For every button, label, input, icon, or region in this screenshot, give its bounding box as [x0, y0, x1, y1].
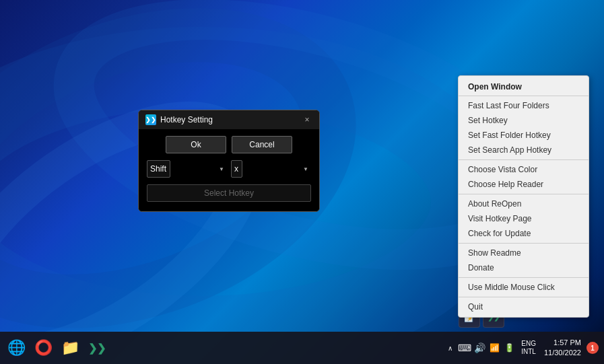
dialog-title-left: ❯❯ Hotkey Setting: [145, 114, 213, 125]
menu-item-middle-mouse[interactable]: Use Middle Mouse Click: [459, 280, 589, 295]
menu-item-set-hotkey[interactable]: Set Hotkey: [459, 113, 589, 128]
lang-bottom: INTL: [521, 348, 536, 356]
tray-chevron[interactable]: ∧: [444, 340, 455, 356]
taskbar: 🌐 ⭕ 📁 ❯❯ ∧ ⌨ 🔊 📶 🔋 ENG INTL 1:57 PM 11/3…: [0, 332, 604, 364]
menu-item-fast-folder-hotkey[interactable]: Set Fast Folder Hotkey: [459, 128, 589, 143]
dialog-titlebar: ❯❯ Hotkey Setting ×: [139, 110, 319, 129]
taskbar-explorer-icon[interactable]: 📁: [58, 336, 82, 360]
menu-item-about-reopen[interactable]: About ReOpen: [459, 196, 589, 211]
notification-badge[interactable]: 1: [586, 342, 599, 354]
menu-item-donate[interactable]: Donate: [459, 260, 589, 275]
volume-icon[interactable]: 🔊: [473, 341, 486, 355]
context-menu: Open Window Fast Last Four Folders Set H…: [458, 75, 589, 318]
hotkey-dialog: ❯❯ Hotkey Setting × Ok Cancel Shift Ctrl…: [138, 110, 320, 212]
menu-item-choose-help-reader[interactable]: Choose Help Reader: [459, 177, 589, 192]
select-hotkey-button[interactable]: Select Hotkey: [147, 184, 311, 202]
dialog-buttons: Ok Cancel: [147, 136, 311, 153]
taskbar-left: 🌐 ⭕ 📁 ❯❯: [0, 336, 444, 360]
menu-item-check-update[interactable]: Check for Update: [459, 226, 589, 241]
menu-separator-top: [459, 96, 589, 96]
menu-item-show-readme[interactable]: Show Readme: [459, 246, 589, 260]
taskbar-right: ∧ ⌨ 🔊 📶 🔋 ENG INTL 1:57 PM 11/30/2022 1: [444, 338, 604, 359]
menu-separator-3: [459, 243, 589, 244]
menu-item-search-app-hotkey[interactable]: Set Search App Hotkey: [459, 143, 589, 157]
dialog-title-icon: ❯❯: [145, 114, 156, 125]
time-display: 1:57 PM: [553, 338, 581, 348]
menu-item-visit-hotkey-page[interactable]: Visit Hotkey Page: [459, 211, 589, 226]
battery-icon[interactable]: 🔋: [502, 341, 516, 355]
taskbar-edge-icon[interactable]: 🌐: [4, 336, 28, 360]
date-display: 11/30/2022: [544, 348, 581, 358]
desktop: ❯❯ Hotkey Setting × Ok Cancel Shift Ctrl…: [0, 0, 604, 364]
menu-separator-5: [459, 297, 589, 297]
taskbar-terminal-icon[interactable]: ❯❯: [85, 336, 109, 360]
menu-separator-2: [459, 194, 589, 194]
modifier-select-arrow: ▼: [219, 166, 224, 172]
menu-item-choose-vista-color[interactable]: Choose Vista Color: [459, 162, 589, 177]
lang-top: ENG: [521, 340, 536, 348]
menu-separator-4: [459, 277, 589, 278]
menu-item-quit[interactable]: Quit: [459, 299, 589, 314]
menu-separator-1: [459, 159, 589, 160]
ok-button[interactable]: Ok: [166, 136, 226, 153]
cancel-button[interactable]: Cancel: [232, 136, 292, 153]
key-select-arrow: ▼: [303, 166, 308, 172]
dialog-selects: Shift Ctrl Alt Win ▼ x a b c ▼: [147, 160, 311, 178]
modifier-select-wrapper: Shift Ctrl Alt Win ▼: [147, 160, 227, 178]
language-indicator[interactable]: ENG INTL: [518, 340, 539, 356]
menu-item-fast-folders[interactable]: Fast Last Four Folders: [459, 98, 589, 113]
menu-header: Open Window: [459, 79, 589, 94]
network-icon[interactable]: 📶: [488, 341, 501, 355]
key-select-wrapper: x a b c ▼: [231, 160, 311, 178]
dialog-body: Ok Cancel Shift Ctrl Alt Win ▼ x a: [139, 129, 319, 211]
dialog-title: Hotkey Setting: [160, 115, 213, 124]
taskbar-cortana-icon[interactable]: ⭕: [31, 336, 55, 360]
key-select[interactable]: x a b c: [231, 160, 242, 178]
sys-tray: ⌨ 🔊 📶 🔋: [458, 341, 516, 355]
keyboard-icon[interactable]: ⌨: [458, 341, 471, 355]
close-icon[interactable]: ×: [302, 114, 312, 125]
clock[interactable]: 1:57 PM 11/30/2022: [541, 338, 584, 359]
modifier-select[interactable]: Shift Ctrl Alt Win: [147, 160, 170, 178]
